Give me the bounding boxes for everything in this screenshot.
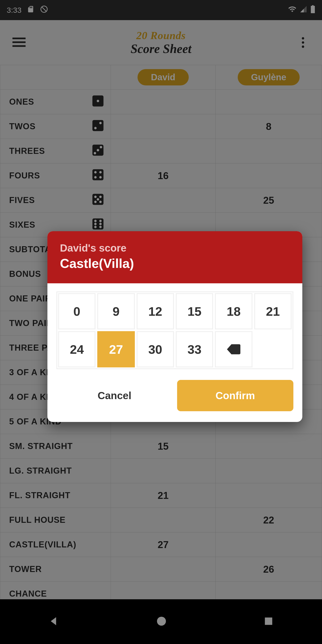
- score-option-21[interactable]: 21: [254, 293, 292, 330]
- erase-button[interactable]: [215, 331, 252, 368]
- score-option-15[interactable]: 15: [176, 293, 213, 330]
- dialog-title: Castle(Villa): [60, 256, 290, 271]
- score-option-18[interactable]: 18: [215, 293, 252, 330]
- score-option-30[interactable]: 30: [137, 331, 174, 368]
- score-option-24[interactable]: 24: [58, 331, 96, 368]
- score-option-33[interactable]: 33: [176, 331, 213, 368]
- score-option-0[interactable]: 0: [58, 293, 96, 330]
- score-option-9[interactable]: 9: [97, 293, 134, 330]
- score-entry-dialog: David's score Castle(Villa) 091215182124…: [48, 231, 302, 422]
- cancel-button[interactable]: Cancel: [56, 380, 173, 411]
- dialog-subtitle: David's score: [60, 242, 290, 254]
- confirm-button[interactable]: Confirm: [177, 380, 294, 411]
- score-option-12[interactable]: 12: [137, 293, 174, 330]
- empty-cell: [254, 331, 292, 368]
- score-option-27[interactable]: 27: [97, 331, 134, 368]
